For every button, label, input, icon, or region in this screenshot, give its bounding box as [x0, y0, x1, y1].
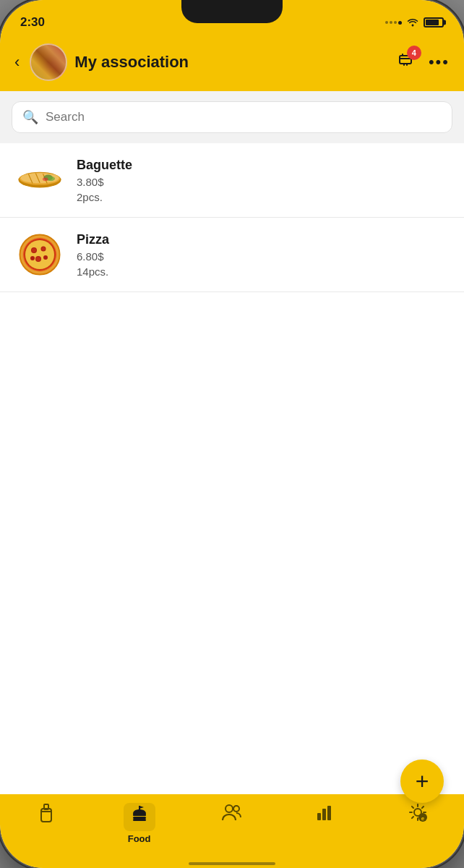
search-input[interactable]: [46, 110, 442, 124]
home-indicator: [0, 859, 464, 868]
nav-item-settings[interactable]: e: [396, 803, 439, 827]
battery-icon: [424, 17, 444, 27]
status-time: 2:30: [20, 15, 45, 30]
nav-item-people[interactable]: [210, 803, 254, 827]
svg-point-32: [233, 806, 239, 812]
svg-point-18: [30, 256, 35, 260]
notch: [181, 0, 283, 23]
notification-badge: 4: [407, 46, 421, 60]
product-list: Baguette 3.80$ 2pcs.: [0, 143, 464, 794]
product-image-pizza: [14, 229, 65, 280]
header-left: ‹ My association: [12, 43, 189, 81]
nav-item-food[interactable]: Food: [118, 803, 161, 844]
svg-point-20: [42, 247, 46, 251]
svg-point-13: [25, 240, 54, 269]
header-right: 4 •••: [397, 50, 450, 75]
more-options-button[interactable]: •••: [429, 53, 450, 72]
svg-rect-28: [133, 819, 146, 821]
food-nav-label: Food: [128, 833, 151, 844]
screen: 2:30: [0, 0, 464, 868]
page-title: My association: [74, 53, 189, 72]
svg-rect-35: [327, 806, 331, 820]
svg-rect-24: [41, 809, 51, 822]
settings-icon: e: [408, 803, 427, 827]
svg-point-31: [225, 805, 233, 812]
drinks-icon: [37, 803, 56, 830]
svg-point-8: [47, 176, 55, 181]
search-icon: 🔍: [22, 109, 38, 125]
product-name: Baguette: [77, 158, 132, 173]
svg-point-9: [43, 178, 48, 182]
product-name: Pizza: [77, 232, 109, 247]
svg-text:e: e: [421, 815, 425, 822]
bottom-navigation: Food: [0, 794, 464, 859]
content-area: 🔍: [0, 91, 464, 794]
back-button[interactable]: ‹: [12, 50, 22, 75]
svg-point-19: [32, 248, 36, 252]
svg-point-17: [43, 255, 48, 260]
phone-frame: 2:30: [0, 0, 464, 868]
status-icons: [385, 17, 444, 29]
search-container: 🔍: [0, 91, 464, 143]
svg-marker-30: [139, 806, 144, 809]
home-bar: [189, 862, 275, 865]
avatar[interactable]: [30, 43, 67, 81]
nav-item-drinks[interactable]: [25, 803, 68, 830]
product-quantity: 14pcs.: [77, 265, 109, 278]
notification-button[interactable]: 4: [397, 50, 417, 75]
header: ‹ My association 4 •: [0, 36, 464, 91]
product-image-baguette: [14, 155, 65, 205]
product-info-baguette: Baguette 3.80$ 2pcs.: [77, 158, 132, 203]
list-item[interactable]: Baguette 3.80$ 2pcs.: [0, 143, 464, 218]
stats-icon: [315, 803, 334, 827]
svg-rect-26: [133, 814, 146, 816]
list-item[interactable]: Pizza 6.80$ 14pcs.: [0, 218, 464, 292]
product-info-pizza: Pizza 6.80$ 14pcs.: [77, 232, 109, 278]
svg-rect-27: [133, 817, 146, 819]
food-icon: [129, 807, 150, 829]
add-product-button[interactable]: +: [400, 760, 444, 803]
svg-rect-33: [317, 813, 321, 820]
product-price: 3.80$: [77, 176, 132, 188]
search-box[interactable]: 🔍: [12, 101, 452, 133]
nav-item-stats[interactable]: [303, 803, 346, 827]
people-icon: [221, 803, 243, 827]
signal-icon: [385, 21, 402, 25]
svg-rect-34: [322, 809, 326, 820]
svg-point-21: [36, 257, 40, 261]
product-quantity: 2pcs.: [77, 191, 132, 203]
wifi-icon: [406, 17, 419, 29]
product-price: 6.80$: [77, 250, 109, 263]
